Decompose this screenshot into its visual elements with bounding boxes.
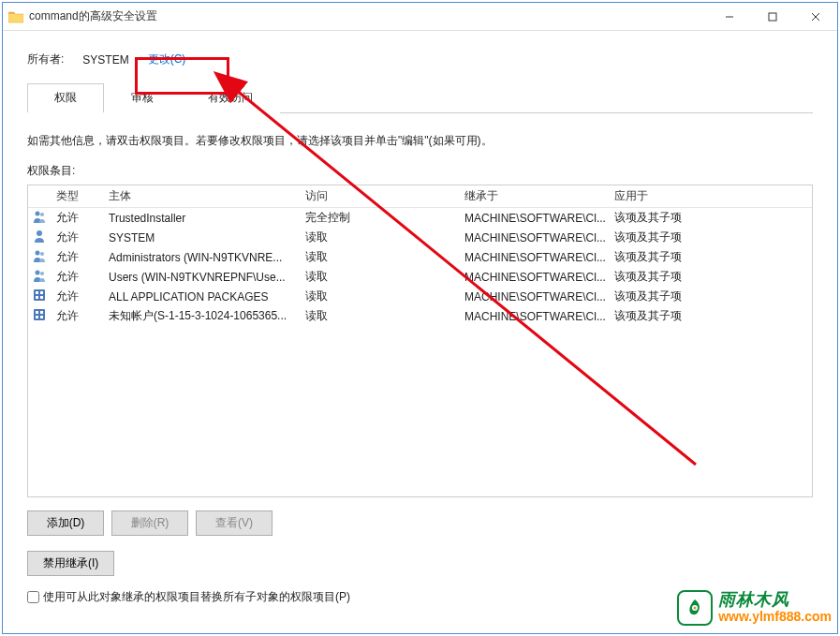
- cell-access: 读取: [300, 269, 459, 285]
- svg-point-10: [40, 272, 44, 275]
- cell-applies-to: 该项及其子项: [609, 229, 759, 245]
- cell-access: 读取: [300, 229, 459, 245]
- table-row[interactable]: 允许SYSTEM读取MACHINE\SOFTWARE\Cl...该项及其子项: [28, 228, 812, 247]
- permission-entries-label: 权限条目:: [27, 163, 813, 179]
- cell-type: 允许: [51, 308, 103, 324]
- cell-applies-to: 该项及其子项: [609, 288, 759, 304]
- svg-rect-20: [40, 316, 43, 318]
- svg-point-24: [694, 607, 697, 610]
- cell-type: 允许: [51, 249, 103, 265]
- close-button[interactable]: [794, 3, 837, 30]
- table-row[interactable]: 允许ALL APPLICATION PACKAGES读取MACHINE\SOFT…: [28, 287, 812, 306]
- cell-applies-to: 该项及其子项: [609, 249, 759, 265]
- col-access[interactable]: 访问: [300, 188, 459, 204]
- cell-principal: Users (WIN-N9TKVNREPNF\Use...: [103, 271, 300, 284]
- svg-rect-14: [36, 296, 38, 299]
- inherit-row: 禁用继承(I): [27, 551, 813, 576]
- principal-icon: [28, 288, 51, 305]
- change-owner-link[interactable]: 更改(C): [148, 52, 186, 67]
- cell-principal: TrustedInstaller: [103, 212, 300, 225]
- watermark-logo-icon: [677, 590, 713, 626]
- window-controls: [708, 3, 837, 30]
- cell-type: 允许: [51, 210, 103, 226]
- watermark-brand: 雨林木风: [718, 591, 832, 610]
- cell-applies-to: 该项及其子项: [609, 269, 759, 285]
- table-header: 类型 主体 访问 继承于 应用于: [28, 185, 812, 208]
- table-row[interactable]: 允许TrustedInstaller完全控制MACHINE\SOFTWARE\C…: [28, 208, 812, 228]
- owner-row: 所有者: SYSTEM 更改(C): [27, 52, 813, 67]
- cell-access: 读取: [300, 249, 459, 265]
- cell-inherited-from: MACHINE\SOFTWARE\Cl...: [459, 271, 609, 284]
- action-button-row: 添加(D) 删除(R) 查看(V): [27, 510, 813, 536]
- cell-principal: ALL APPLICATION PACKAGES: [103, 290, 300, 303]
- principal-icon: [28, 307, 51, 325]
- svg-rect-16: [34, 309, 45, 320]
- svg-point-4: [36, 212, 40, 216]
- disable-inheritance-button[interactable]: 禁用继承(I): [27, 551, 114, 576]
- cell-type: 允许: [51, 288, 103, 304]
- cell-applies-to: 该项及其子项: [609, 210, 759, 226]
- permission-table: 类型 主体 访问 继承于 应用于 允许TrustedInstaller完全控制M…: [27, 185, 813, 497]
- cell-inherited-from: MACHINE\SOFTWARE\Cl...: [459, 290, 609, 303]
- owner-label: 所有者:: [27, 52, 64, 67]
- svg-point-6: [37, 230, 42, 236]
- watermark: 雨林木风 www.ylmf888.com: [677, 590, 832, 626]
- cell-access: 读取: [300, 288, 459, 304]
- col-inherited-from[interactable]: 继承于: [459, 188, 609, 204]
- principal-icon: [28, 268, 51, 286]
- col-applies-to[interactable]: 应用于: [609, 188, 759, 204]
- svg-rect-19: [36, 316, 38, 318]
- window-title: command的高级安全设置: [29, 8, 708, 24]
- cell-principal: SYSTEM: [103, 231, 300, 244]
- tab-auditing[interactable]: 审核: [104, 83, 181, 113]
- table-row[interactable]: 允许未知帐户(S-1-15-3-1024-1065365...读取MACHINE…: [28, 306, 812, 326]
- principal-icon: [28, 248, 51, 266]
- folder-icon: [8, 10, 23, 23]
- remove-button[interactable]: 删除(R): [111, 510, 188, 536]
- watermark-url: www.ylmf888.com: [718, 610, 832, 624]
- svg-rect-11: [34, 289, 45, 301]
- tab-effective-access[interactable]: 有效访问: [181, 83, 280, 113]
- cell-inherited-from: MACHINE\SOFTWARE\Cl...: [459, 310, 609, 323]
- principal-icon: [28, 209, 51, 227]
- titlebar: command的高级安全设置: [3, 3, 837, 31]
- svg-point-8: [40, 252, 44, 256]
- watermark-text: 雨林木风 www.ylmf888.com: [718, 591, 832, 624]
- svg-rect-12: [36, 291, 38, 294]
- table-row[interactable]: 允许Administrators (WIN-N9TKVNRE...读取MACHI…: [28, 247, 812, 267]
- view-button[interactable]: 查看(V): [196, 510, 273, 536]
- svg-rect-15: [40, 296, 43, 299]
- tab-permissions[interactable]: 权限: [27, 83, 104, 113]
- owner-value: SYSTEM: [82, 53, 128, 67]
- table-body: 允许TrustedInstaller完全控制MACHINE\SOFTWARE\C…: [28, 208, 812, 326]
- cell-access: 完全控制: [300, 210, 459, 226]
- table-row[interactable]: 允许Users (WIN-N9TKVNREPNF\Use...读取MACHINE…: [28, 267, 812, 287]
- info-text: 如需其他信息，请双击权限项目。若要修改权限项目，请选择该项目并单击"编辑"(如果…: [27, 132, 813, 150]
- cell-principal: 未知帐户(S-1-15-3-1024-1065365...: [103, 308, 300, 324]
- cell-type: 允许: [51, 229, 103, 245]
- replace-children-checkbox[interactable]: [27, 591, 39, 603]
- principal-icon: [28, 229, 51, 246]
- security-settings-window: command的高级安全设置 所有者: SYSTEM 更改(C) 权限 审核 有…: [2, 2, 838, 634]
- cell-inherited-from: MACHINE\SOFTWARE\Cl...: [459, 212, 609, 225]
- cell-inherited-from: MACHINE\SOFTWARE\Cl...: [459, 231, 609, 244]
- svg-rect-17: [36, 311, 38, 314]
- cell-applies-to: 该项及其子项: [609, 308, 759, 324]
- cell-type: 允许: [51, 269, 103, 285]
- svg-point-9: [36, 271, 40, 275]
- cell-inherited-from: MACHINE\SOFTWARE\Cl...: [459, 251, 609, 264]
- svg-point-5: [40, 213, 44, 216]
- add-button[interactable]: 添加(D): [27, 510, 104, 536]
- cell-principal: Administrators (WIN-N9TKVNRE...: [103, 251, 300, 264]
- col-principal[interactable]: 主体: [103, 188, 300, 204]
- col-type[interactable]: 类型: [51, 188, 103, 204]
- cell-access: 读取: [300, 308, 459, 324]
- content-area: 所有者: SYSTEM 更改(C) 权限 审核 有效访问 如需其他信息，请双击权…: [3, 31, 837, 605]
- tab-strip: 权限 审核 有效访问: [27, 82, 813, 113]
- maximize-button[interactable]: [751, 3, 794, 30]
- svg-rect-13: [40, 291, 43, 294]
- replace-children-label: 使用可从此对象继承的权限项目替换所有子对象的权限项目(P): [43, 589, 350, 605]
- svg-point-7: [36, 251, 40, 256]
- minimize-button[interactable]: [708, 3, 751, 30]
- svg-rect-1: [769, 13, 776, 21]
